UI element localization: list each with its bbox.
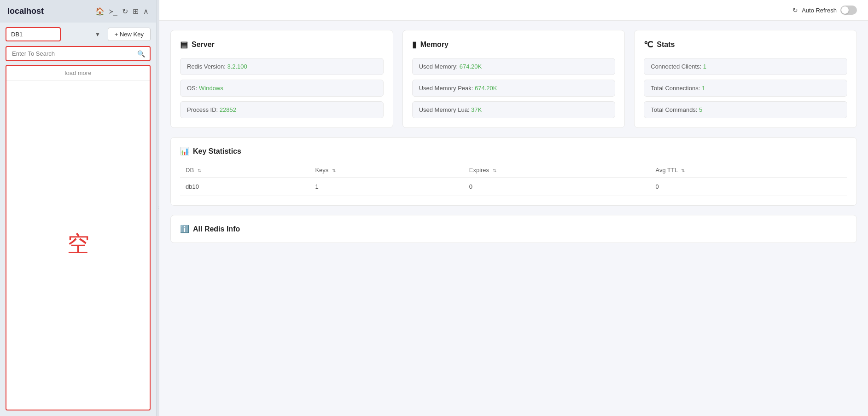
auto-refresh-toggle[interactable] — [840, 6, 857, 15]
col-db[interactable]: DB ⇅ — [180, 163, 309, 178]
row-avg-ttl: 0 — [650, 178, 847, 196]
main-body: ▤ Server Redis Version: 3.2.100 OS: Wind… — [159, 21, 868, 416]
row-db: db10 — [180, 178, 309, 196]
used-memory-peak-label: Used Memory Peak: — [419, 85, 475, 92]
used-memory-peak-item: Used Memory Peak: 674.20K — [412, 80, 616, 97]
sidebar-title: localhost — [7, 6, 44, 16]
cards-row: ▤ Server Redis Version: 3.2.100 OS: Wind… — [170, 30, 857, 128]
process-id-label: Process ID: — [187, 106, 220, 113]
sidebar-controls: DB0 DB1 DB2 DB3 ▼ + New Key — [0, 23, 156, 46]
memory-card-title: ▮ Memory — [412, 40, 616, 50]
redis-version-label: Redis Version: — [187, 63, 227, 70]
os-value: Windows — [199, 85, 223, 92]
load-more-button[interactable]: load more — [6, 66, 150, 81]
sort-db-icon: ⇅ — [198, 168, 201, 173]
server-card: ▤ Server Redis Version: 3.2.100 OS: Wind… — [170, 30, 393, 128]
db-select-arrow-icon: ▼ — [95, 31, 100, 38]
key-statistics-card: 📊 Key Statistics DB ⇅ Keys ⇅ — [170, 137, 857, 206]
main-header: ↻ Auto Refresh — [159, 0, 868, 21]
total-commands-item: Total Commands: 5 — [644, 101, 847, 118]
grid-icon[interactable]: ⊞ — [133, 7, 139, 16]
row-expires: 0 — [464, 178, 650, 196]
search-wrapper: 🔍 — [6, 46, 151, 61]
new-key-button[interactable]: + New Key — [108, 28, 151, 41]
terminal-icon[interactable]: ≻_ — [109, 7, 117, 16]
auto-refresh-container: ↻ Auto Refresh — [792, 6, 857, 15]
table-row: db10 1 0 0 — [180, 178, 847, 196]
total-connections-value: 1 — [702, 85, 705, 92]
info-icon: ℹ️ — [180, 225, 189, 233]
refresh-icon[interactable]: ↻ — [122, 7, 128, 16]
chevron-up-icon[interactable]: ∧ — [143, 7, 149, 16]
main-content: ↻ Auto Refresh ▤ Server Redis Version: 3… — [159, 0, 868, 416]
row-keys: 1 — [309, 178, 463, 196]
server-card-title: ▤ Server — [180, 40, 384, 50]
server-icon: ▤ — [180, 40, 188, 50]
connected-clients-item: Connected Clients: 1 — [644, 58, 847, 75]
key-list-area: load more 空 — [6, 65, 151, 410]
sidebar-icon-group: 🏠 ≻_ ↻ ⊞ ∧ — [95, 7, 149, 16]
connected-clients-value: 1 — [703, 63, 706, 70]
memory-icon: ▮ — [412, 40, 417, 50]
total-connections-item: Total Connections: 1 — [644, 80, 847, 97]
sort-keys-icon: ⇅ — [332, 168, 336, 173]
used-memory-peak-value: 674.20K — [475, 85, 497, 92]
search-icon: 🔍 — [137, 50, 145, 58]
used-memory-label: Used Memory: — [419, 63, 460, 70]
auto-refresh-icon: ↻ — [792, 6, 798, 14]
db-select[interactable]: DB0 DB1 DB2 DB3 — [6, 27, 61, 41]
sidebar-header: localhost 🏠 ≻_ ↻ ⊞ ∧ — [0, 0, 156, 23]
bar-chart-icon: 📊 — [180, 147, 189, 156]
used-memory-item: Used Memory: 674.20K — [412, 58, 616, 75]
auto-refresh-label: Auto Refresh — [802, 7, 837, 14]
redis-version-item: Redis Version: 3.2.100 — [180, 58, 384, 75]
db-select-wrapper: DB0 DB1 DB2 DB3 ▼ — [6, 27, 104, 41]
stats-card-title: ℃ Stats — [644, 40, 847, 50]
sort-avg-ttl-icon: ⇅ — [681, 168, 685, 173]
os-item: OS: Windows — [180, 80, 384, 97]
os-label: OS: — [187, 85, 199, 92]
redis-version-value: 3.2.100 — [227, 63, 247, 70]
total-commands-label: Total Commands: — [651, 106, 699, 113]
used-memory-lua-label: Used Memory Lua: — [419, 106, 471, 113]
key-statistics-table: DB ⇅ Keys ⇅ Expires ⇅ Avg TTL — [180, 163, 847, 196]
total-connections-label: Total Connections: — [651, 85, 702, 92]
col-keys[interactable]: Keys ⇅ — [309, 163, 463, 178]
all-redis-info-title: ℹ️ All Redis Info — [180, 225, 847, 233]
empty-state-icon: 空 — [67, 229, 89, 258]
connected-clients-label: Connected Clients: — [651, 63, 703, 70]
stats-icon: ℃ — [644, 40, 653, 50]
col-avg-ttl[interactable]: Avg TTL ⇅ — [650, 163, 847, 178]
total-commands-value: 5 — [699, 106, 702, 113]
sort-expires-icon: ⇅ — [493, 168, 496, 173]
col-expires[interactable]: Expires ⇅ — [464, 163, 650, 178]
search-input[interactable] — [6, 47, 150, 60]
home-icon[interactable]: 🏠 — [95, 7, 105, 16]
stats-card: ℃ Stats Connected Clients: 1 Total Conne… — [634, 30, 857, 128]
key-statistics-title: 📊 Key Statistics — [180, 147, 847, 156]
used-memory-lua-item: Used Memory Lua: 37K — [412, 101, 616, 118]
sidebar: localhost 🏠 ≻_ ↻ ⊞ ∧ DB0 DB1 DB2 DB3 ▼ +… — [0, 0, 157, 416]
memory-card: ▮ Memory Used Memory: 674.20K Used Memor… — [402, 30, 625, 128]
process-id-value: 22852 — [220, 106, 236, 113]
process-id-item: Process ID: 22852 — [180, 101, 384, 118]
used-memory-value: 674.20K — [460, 63, 482, 70]
used-memory-lua-value: 37K — [471, 106, 482, 113]
all-redis-info-card: ℹ️ All Redis Info — [170, 215, 857, 243]
